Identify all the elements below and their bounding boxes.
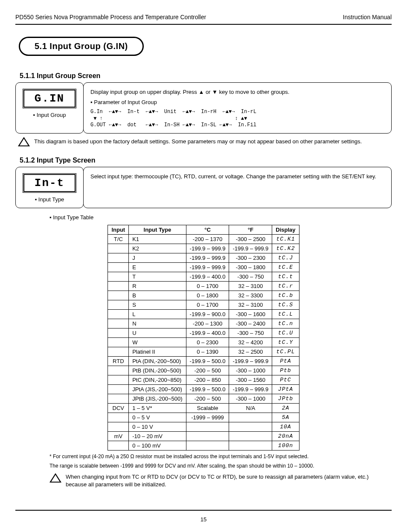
table-row: N-200 – 1300-300 – 2400tC.n xyxy=(108,319,299,328)
lcd-screen-group: G.IN xyxy=(23,89,76,108)
th-display: Display xyxy=(272,225,299,234)
table-cell: 20nA xyxy=(272,431,299,441)
table-cell: -200 – 850 xyxy=(186,375,229,384)
table-cell xyxy=(229,431,272,441)
table-cell: JPtA xyxy=(272,384,299,394)
caution-text-2: When changing input from TC or RTD to DC… xyxy=(66,473,382,488)
caution-icon xyxy=(18,137,30,146)
table-cell: 5A xyxy=(272,413,299,422)
table-cell: -300 – 1600 xyxy=(229,309,272,319)
table-cell: 0 – 5 V xyxy=(129,413,186,422)
table-cell: B xyxy=(129,291,186,300)
section-title: 5.1 Input Group (G.IN) xyxy=(19,37,144,56)
table-cell: Platinel II xyxy=(129,347,186,356)
table-cell: tC.K2 xyxy=(272,244,299,253)
table-cell: -300 – 2400 xyxy=(229,319,272,328)
panel-input-group: G.IN ▪ Input Group Display input group o… xyxy=(15,82,392,134)
group-desc-line1: Display input group on upper display. Pr… xyxy=(90,88,384,96)
table-cell: 32 – 3100 xyxy=(229,281,272,291)
table-cell: tC.PL xyxy=(272,347,299,356)
table-cell: -199.9 – 999.9 xyxy=(229,384,272,394)
table-row: RTDPtA (DIN,-200~500)-199.9 – 500.0-199.… xyxy=(108,356,299,366)
table-cell xyxy=(108,394,129,403)
table-cell xyxy=(108,347,129,356)
table-cell: -199.9 – 999.9 xyxy=(186,253,229,262)
lcd-screen-type: In-t xyxy=(23,173,76,193)
type-desc: Select input type: thermocouple (TC), RT… xyxy=(90,172,384,181)
table-row: B0 – 180032 – 3300tC.b xyxy=(108,291,299,300)
th-itype: Input Type xyxy=(129,225,186,234)
table-cell xyxy=(108,441,129,450)
table-cell: 0 – 2300 xyxy=(186,337,229,347)
table-cell: N xyxy=(129,319,186,328)
table-cell: -200 – 1370 xyxy=(186,234,229,244)
table-cell: 0 – 10 V xyxy=(129,422,186,431)
input-type-table: Input Input Type °C °F Display T/CK1-200… xyxy=(108,225,299,451)
table-row: T/CK1-200 – 1370-300 – 2500tC.K1 xyxy=(108,234,299,244)
table-cell: JPtb xyxy=(272,394,299,403)
table-cell: -200 – 1300 xyxy=(186,319,229,328)
table-cell xyxy=(186,422,229,431)
table-cell: K1 xyxy=(129,234,186,244)
table-cell xyxy=(186,431,229,441)
subsection-title-type: 5.1.2 Input Type Screen xyxy=(20,157,392,164)
th-input: Input xyxy=(108,225,129,234)
caution-icon xyxy=(49,473,61,483)
table-cell: -200 – 500 xyxy=(186,366,229,375)
table-cell: 32 – 3100 xyxy=(229,300,272,309)
table-intro: ▪ Input Type Table xyxy=(49,214,392,221)
lcd-box-group: G.IN ▪ Input Group xyxy=(15,82,84,134)
table-cell: E xyxy=(129,262,186,272)
table-cell xyxy=(108,384,129,394)
table-cell: 32 – 2500 xyxy=(229,347,272,356)
table-head: Input Input Type °C °F Display xyxy=(108,225,299,234)
table-row: DCV1 – 5 V*ScalableN/A2A xyxy=(108,403,299,413)
page-header: PD550 Series Nova Programmable Process a… xyxy=(15,14,392,20)
table-row: W0 – 230032 – 4200tC.Y xyxy=(108,337,299,347)
table-row: E-199.9 – 999.9-300 – 1800tC.E xyxy=(108,262,299,272)
table-cell xyxy=(108,262,129,272)
table-cell: 32 – 3300 xyxy=(229,291,272,300)
table-cell: Ptb xyxy=(272,366,299,375)
th-f: °F xyxy=(229,225,272,234)
table-cell xyxy=(108,309,129,319)
panel-input-type: In-t ▪ Input Type Select input type: the… xyxy=(15,167,392,208)
table-cell: R xyxy=(129,281,186,291)
table-cell: -300 – 1000 xyxy=(229,394,272,403)
table-cell: -300 – 750 xyxy=(229,272,272,281)
table-cell: T xyxy=(129,272,186,281)
table-cell: 100n xyxy=(272,441,299,450)
table-cell xyxy=(108,319,129,328)
desc-box-type: Select input type: thermocouple (TC), RT… xyxy=(83,167,392,208)
lcd-label-group: ▪ Input Group xyxy=(33,112,66,119)
caution-text-1: This diagram is based upon the factory d… xyxy=(34,138,362,145)
table-row: J-199.9 – 999.9-300 – 2300tC.J xyxy=(108,253,299,262)
caution-row-2: When changing input from TC or RTD to DC… xyxy=(49,473,382,488)
table-cell: JPtA (JIS,-200~500) xyxy=(129,384,186,394)
desc-box-group: Display input group on upper display. Pr… xyxy=(83,82,392,134)
subsection-title-group: 5.1.1 Input Group Screen xyxy=(20,72,392,80)
table-cell xyxy=(186,441,229,450)
table-cell: -199.9 – 400.0 xyxy=(186,272,229,281)
table-row: 0 – 100 mV100n xyxy=(108,441,299,450)
table-cell: -199.9 – 500.0 xyxy=(186,356,229,366)
table-cell xyxy=(108,281,129,291)
table-cell: tC.t xyxy=(272,272,299,281)
table-cell: 0 – 1700 xyxy=(186,281,229,291)
group-desc-line2: ▪ Parameter of Input Group xyxy=(90,98,384,107)
table-cell xyxy=(229,413,272,422)
table-cell: 0 – 1800 xyxy=(186,291,229,300)
table-cell: tC.J xyxy=(272,253,299,262)
header-rule xyxy=(15,24,392,25)
table-cell: tC.b xyxy=(272,291,299,300)
lcd-label-type: ▪ Input Type xyxy=(35,196,64,203)
table-cell: 2A xyxy=(272,403,299,413)
table-cell xyxy=(229,441,272,450)
table-cell: PtC (DIN,-200~850) xyxy=(129,375,186,384)
table-cell: RTD xyxy=(108,356,129,366)
table-row: T-199.9 – 400.0-300 – 750tC.t xyxy=(108,272,299,281)
page-number: 15 xyxy=(0,516,407,523)
table-row: Platinel II0 – 139032 – 2500tC.PL xyxy=(108,347,299,356)
table-cell: 0 – 1390 xyxy=(186,347,229,356)
table-cell: -200 – 500 xyxy=(186,394,229,403)
